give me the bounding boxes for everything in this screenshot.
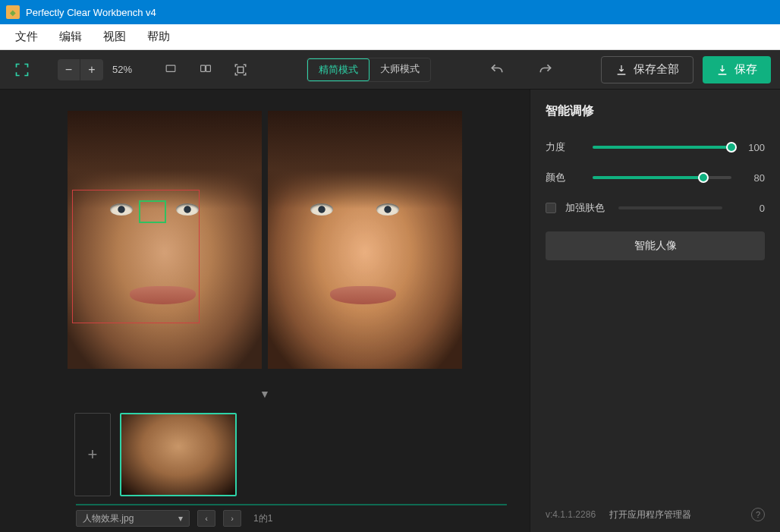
fit-screen-icon[interactable] <box>9 57 35 83</box>
chevron-down-icon: ▾ <box>178 513 183 524</box>
undo-icon[interactable] <box>484 57 510 83</box>
zoom-out-button[interactable]: − <box>58 59 80 80</box>
prev-file-button[interactable]: ‹ <box>197 510 215 527</box>
save-label: 保存 <box>734 62 757 77</box>
thumbnail-1[interactable] <box>120 413 237 496</box>
slider-color-value: 80 <box>739 172 765 184</box>
open-app-manager-link[interactable]: 打开应用程序管理器 <box>609 508 691 521</box>
slider-strength-value: 100 <box>739 142 765 153</box>
svg-rect-2 <box>206 65 211 71</box>
history-group <box>484 57 558 83</box>
split-view-icon[interactable] <box>193 57 219 83</box>
add-image-button[interactable]: + <box>74 413 111 496</box>
zoom-value: 52% <box>112 64 132 75</box>
slider-color-track[interactable] <box>593 176 731 179</box>
zoom-in-button[interactable]: + <box>80 59 103 80</box>
slider-color: 颜色 80 <box>546 171 765 184</box>
app-logo-icon: ◆ <box>6 5 20 19</box>
bottom-bar: 人物效果.jpg ▾ ‹ › 1的1 <box>0 505 530 532</box>
slider-strength-label: 力度 <box>546 140 588 154</box>
crop-view-icon[interactable] <box>228 57 253 83</box>
canvas-area: ▼ + 人物效果.jpg ▾ ‹ › 1的1 <box>0 90 530 532</box>
slider-skin-label: 加强肤色 <box>565 201 605 215</box>
next-file-button[interactable]: › <box>223 510 241 527</box>
save-group: 保存全部 保存 <box>601 56 771 83</box>
slider-skin-track[interactable] <box>618 206 722 209</box>
side-panel: 智能调修 力度 100 颜色 80 加强肤色 0 <box>530 90 780 532</box>
menu-view[interactable]: 视图 <box>93 27 137 47</box>
mode-master-button[interactable]: 大师模式 <box>370 58 430 81</box>
version-label: v:4.1.1.2286 <box>546 509 596 520</box>
mode-simple-button[interactable]: 精简模式 <box>307 58 370 81</box>
menu-bar: 文件 编辑 视图 帮助 <box>0 24 780 50</box>
svg-rect-3 <box>237 67 244 73</box>
redo-icon[interactable] <box>533 57 558 83</box>
help-icon[interactable]: ? <box>751 508 765 521</box>
menu-edit[interactable]: 编辑 <box>49 27 93 47</box>
zoom-group: − + 52% <box>58 59 132 80</box>
svg-rect-0 <box>166 65 175 71</box>
window-title: Perfectly Clear Workbench v4 <box>26 7 156 18</box>
slider-strength: 力度 100 <box>546 140 765 154</box>
slider-skin-value: 0 <box>739 203 765 214</box>
slider-strength-track[interactable] <box>593 146 731 149</box>
toolbar: − + 52% 精简模式 大师模式 保存全部 保存 <box>0 50 780 90</box>
menu-help[interactable]: 帮助 <box>137 27 181 47</box>
smart-portrait-button[interactable]: 智能人像 <box>546 231 765 260</box>
image-before[interactable] <box>68 111 262 369</box>
file-selector[interactable]: 人物效果.jpg ▾ <box>76 510 190 527</box>
smart-portrait-label: 智能人像 <box>634 239 677 253</box>
slider-color-label: 颜色 <box>546 171 588 184</box>
current-file-name: 人物效果.jpg <box>83 512 134 525</box>
filmstrip-scrollbar[interactable] <box>76 504 507 505</box>
face-detect-rect <box>72 190 200 323</box>
page-info: 1的1 <box>253 512 272 525</box>
eye-detect-rect <box>139 200 166 223</box>
main-area: ▼ + 人物效果.jpg ▾ ‹ › 1的1 智能调修 力度 100 <box>0 90 780 532</box>
panel-title: 智能调修 <box>546 103 765 119</box>
filmstrip: + <box>0 405 530 505</box>
panel-footer: v:4.1.1.2286 打开应用程序管理器 ? <box>546 508 765 521</box>
skin-enhance-checkbox[interactable] <box>546 203 556 213</box>
view-mode-group <box>158 57 253 83</box>
slider-skin: 加强肤色 0 <box>546 201 765 215</box>
image-after[interactable] <box>268 111 462 369</box>
svg-rect-1 <box>201 65 206 71</box>
collapse-filmstrip-icon[interactable]: ▼ <box>0 386 530 405</box>
save-button[interactable]: 保存 <box>703 56 771 83</box>
single-view-icon[interactable] <box>158 57 184 83</box>
save-all-button[interactable]: 保存全部 <box>601 56 694 83</box>
mode-group: 精简模式 大师模式 <box>307 58 431 82</box>
save-all-label: 保存全部 <box>634 62 679 77</box>
menu-file[interactable]: 文件 <box>5 27 49 47</box>
image-compare <box>0 90 530 386</box>
window-titlebar: ◆ Perfectly Clear Workbench v4 <box>0 0 780 24</box>
